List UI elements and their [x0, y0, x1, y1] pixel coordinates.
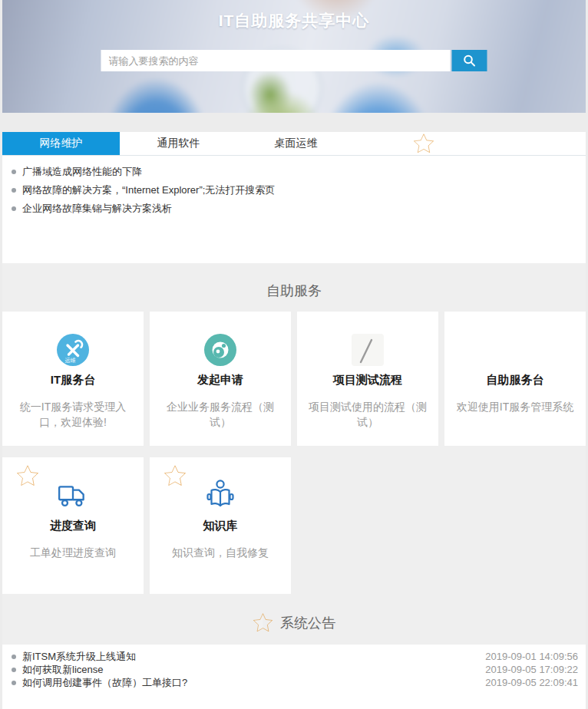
announcement-item[interactable]: 如何调用创建事件（故障）工单接口? 2019-09-05 22:09:41 — [12, 676, 580, 689]
announcement-link[interactable]: 如何获取新license — [22, 663, 103, 677]
star-icon — [413, 133, 434, 154]
truck-icon — [57, 482, 89, 509]
search-icon — [463, 54, 477, 68]
ops-tools-icon: 运维 — [56, 333, 90, 367]
card-progress-query[interactable]: 进度查询 工单处理进度查询 — [2, 457, 144, 594]
star-icon — [253, 612, 273, 633]
card-title: 进度查询 — [2, 519, 144, 533]
card-description: 工单处理进度查询 — [2, 545, 144, 560]
announcement-timestamp: 2019-09-01 14:09:56 — [485, 651, 580, 662]
card-description: 知识查询，自我修复 — [150, 545, 291, 560]
article-item[interactable]: 企业网络故障集锦与解决方案浅析 — [12, 200, 580, 218]
card-project-test-flow[interactable]: 项目测试流程 项目测试使用的流程（测试） — [297, 312, 438, 446]
announcements-header: 系统公告 — [2, 594, 586, 645]
card-title: 知识库 — [150, 519, 291, 533]
hero-banner: IT自助服务共享中心 — [2, 0, 586, 113]
page: IT自助服务共享中心 网络维护 通用软件 桌面运维 广播域造成网络性能的下降 — [0, 0, 588, 709]
empty-icon-placeholder — [444, 333, 586, 367]
tab-common-software[interactable]: 通用软件 — [120, 132, 237, 155]
spacer-strip — [2, 113, 586, 132]
card-description: 企业业务服务流程（测试） — [150, 399, 291, 430]
swirl-icon — [203, 333, 237, 367]
announcement-item[interactable]: 如何获取新license 2019-09-05 17:09:22 — [12, 663, 580, 676]
bullet-icon — [12, 206, 16, 211]
announcement-timestamp: 2019-09-05 22:09:41 — [485, 677, 580, 688]
tab-desktop-ops[interactable]: 桌面运维 — [237, 132, 355, 155]
tab-favorites[interactable] — [355, 132, 472, 155]
article-list: 广播域造成网络性能的下降 网络故障的解决方案，“Internet Explore… — [2, 156, 586, 263]
page-title: IT自助服务共享中心 — [2, 0, 586, 31]
article-item[interactable]: 网络故障的解决方案，“Internet Explorer”;无法打开搜索页 — [12, 181, 580, 200]
section-title-self-service: 自助服务 — [2, 263, 586, 298]
card-title: 自助服务台 — [444, 373, 586, 387]
article-link[interactable]: 广播域造成网络性能的下降 — [22, 165, 142, 179]
card-it-service-desk[interactable]: 运维 IT服务台 统一IT服务请求受理入口，欢迎体验! — [2, 312, 144, 446]
card-title: 项目测试流程 — [297, 373, 438, 387]
card-knowledge-base[interactable]: 知识库 知识查询，自我修复 — [150, 457, 291, 594]
bullet-icon — [12, 655, 16, 659]
card-description: 统一IT服务请求受理入口，欢迎体验! — [2, 399, 144, 430]
section-title-announcements: 系统公告 — [280, 614, 335, 632]
ops-icon-label: 运维 — [65, 358, 76, 363]
star-icon — [16, 464, 39, 487]
card-description: 欢迎使用IT服务管理系统 — [444, 399, 586, 414]
card-title: 发起申请 — [150, 373, 291, 387]
service-cards-row-1: 运维 IT服务台 统一IT服务请求受理入口，欢迎体验! 发起申请 — [2, 312, 586, 446]
search-button[interactable] — [452, 50, 487, 71]
bullet-icon — [12, 681, 16, 685]
bullet-icon — [12, 668, 16, 672]
announcement-link[interactable]: 新ITSM系统升级上线通知 — [22, 650, 136, 664]
announcement-list: 新ITSM系统升级上线通知 2019-09-01 14:09:56 如何获取新l… — [2, 645, 586, 709]
book-reader-icon — [203, 478, 237, 513]
card-description: 项目测试使用的流程（测试） — [297, 399, 438, 430]
search-bar — [101, 50, 487, 71]
article-item[interactable]: 广播域造成网络性能的下降 — [12, 163, 580, 181]
article-link[interactable]: 企业网络故障集锦与解决方案浅析 — [22, 202, 172, 216]
announcement-link[interactable]: 如何调用创建事件（故障）工单接口? — [22, 676, 187, 690]
service-cards-row-2: 进度查询 工单处理进度查询 知识库 — [2, 457, 586, 594]
green-flag-icon — [351, 333, 385, 367]
star-icon — [164, 464, 187, 487]
announcement-timestamp: 2019-09-05 17:09:22 — [485, 664, 580, 675]
bullet-icon — [12, 188, 16, 193]
tab-network-maintenance[interactable]: 网络维护 — [2, 132, 120, 155]
tab-bar: 网络维护 通用软件 桌面运维 — [2, 132, 586, 156]
self-service-section: 自助服务 运维 IT服务台 统一IT服务请求受理入口，欢迎体验! — [2, 263, 586, 645]
bullet-icon — [12, 170, 16, 174]
card-self-service-desk[interactable]: 自助服务台 欢迎使用IT服务管理系统 — [444, 312, 586, 446]
card-start-request[interactable]: 发起申请 企业业务服务流程（测试） — [150, 312, 291, 446]
announcement-item[interactable]: 新ITSM系统升级上线通知 2019-09-01 14:09:56 — [12, 650, 580, 663]
search-input[interactable] — [101, 50, 451, 71]
card-title: IT服务台 — [2, 373, 144, 387]
article-link[interactable]: 网络故障的解决方案，“Internet Explorer”;无法打开搜索页 — [22, 183, 275, 197]
